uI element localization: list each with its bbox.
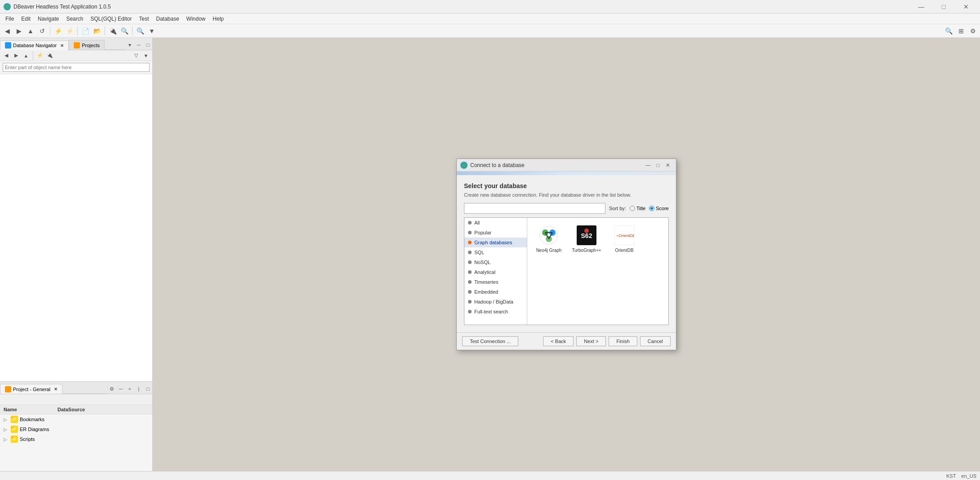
maximize-button[interactable]: □ bbox=[933, 0, 954, 13]
toolbar-layout[interactable]: ⊞ bbox=[956, 26, 967, 36]
sort-label: Sort by: bbox=[609, 206, 626, 211]
panel-minimize-btn[interactable]: ─ bbox=[134, 40, 143, 50]
cat-sql-dot bbox=[468, 251, 472, 254]
menu-navigate[interactable]: Navigate bbox=[34, 15, 62, 23]
next-button[interactable]: Next > bbox=[576, 336, 606, 346]
menu-sql-editor[interactable]: SQL(GQL) Editor bbox=[87, 15, 135, 23]
toolbar-up[interactable]: ▲ bbox=[25, 26, 36, 36]
panel-menu-btn[interactable]: ▼ bbox=[125, 40, 134, 50]
project-scripts[interactable]: ▷ 📁 Scripts bbox=[0, 434, 152, 444]
category-nosql[interactable]: NoSQL bbox=[464, 257, 527, 267]
close-bottom-tab[interactable]: ✕ bbox=[54, 387, 57, 392]
dialog-title: Connect to a database bbox=[470, 162, 525, 168]
main-layout: Database Navigator ✕ Projects ▼ ─ □ ◀ ▶ … bbox=[0, 38, 980, 471]
minimize-button[interactable]: — bbox=[911, 0, 931, 13]
filter-dropdown[interactable]: ▼ bbox=[141, 51, 150, 60]
menu-test[interactable]: Test bbox=[135, 15, 152, 23]
dialog-footer: Test Connection ... < Back Next > Finish… bbox=[457, 332, 676, 350]
filter-btn[interactable]: ▽ bbox=[132, 51, 141, 60]
db-turbograph[interactable]: S62 TurboGraph++ bbox=[569, 221, 605, 256]
tab-project-general[interactable]: Project - General ✕ bbox=[0, 384, 62, 394]
title-bar-controls: — □ ✕ bbox=[911, 0, 976, 13]
close-tab-icon[interactable]: ✕ bbox=[60, 43, 64, 48]
menu-database[interactable]: Database bbox=[152, 15, 182, 23]
toolbar-open[interactable]: 📂 bbox=[92, 26, 102, 36]
sort-title-radio[interactable] bbox=[630, 206, 635, 211]
dialog-minimize[interactable]: — bbox=[644, 161, 653, 169]
object-search-input[interactable] bbox=[3, 63, 150, 72]
nav-forward[interactable]: ▶ bbox=[12, 51, 21, 60]
toolbar-back[interactable]: ◀ bbox=[2, 26, 13, 36]
panel-toolbar: ◀ ▶ ▲ ⚡ 🔌 ▽ ▼ bbox=[0, 50, 152, 61]
close-button[interactable]: ✕ bbox=[956, 0, 976, 13]
status-bar: KST en_US bbox=[0, 471, 980, 480]
db-orientdb[interactable]: ~OrientDB OrientDB bbox=[606, 221, 642, 256]
bottom-plus-btn[interactable]: + bbox=[125, 384, 134, 394]
panel-maximize-btn[interactable]: □ bbox=[143, 40, 152, 50]
category-analytical[interactable]: Analytical bbox=[464, 267, 527, 277]
test-connection-button[interactable]: Test Connection ... bbox=[462, 336, 518, 346]
bottom-min-btn[interactable]: □ bbox=[143, 384, 152, 394]
toolbar-dropdown[interactable]: ▼ bbox=[146, 26, 157, 36]
right-area: Connect to a database — □ ✕ Select your … bbox=[153, 38, 980, 471]
toolbar-new-script[interactable]: 📄 bbox=[80, 26, 91, 36]
menu-file[interactable]: File bbox=[2, 15, 18, 23]
category-sql[interactable]: SQL bbox=[464, 247, 527, 257]
separator-4 bbox=[132, 26, 132, 35]
project-icon bbox=[5, 386, 11, 392]
menu-edit[interactable]: Edit bbox=[18, 15, 34, 23]
nav-new-conn[interactable]: 🔌 bbox=[45, 51, 54, 60]
db-filter-input[interactable] bbox=[464, 203, 605, 214]
toolbar-search-icon[interactable]: 🔍 bbox=[119, 26, 130, 36]
projects-icon bbox=[74, 42, 80, 48]
project-bookmarks[interactable]: ▷ 📁 Bookmarks bbox=[0, 414, 152, 424]
dbeaver-icon bbox=[4, 3, 11, 10]
tab-projects[interactable]: Projects bbox=[69, 40, 105, 50]
nav-back[interactable]: ◀ bbox=[2, 51, 11, 60]
category-fulltext[interactable]: Full-text search bbox=[464, 307, 527, 317]
db-neo4j[interactable]: Neo4j Graph bbox=[531, 221, 567, 256]
bottom-menu-btn[interactable]: ⚙ bbox=[107, 384, 116, 394]
project-er-diagrams[interactable]: ▷ 📁 ER Diagrams bbox=[0, 424, 152, 434]
db-navigator-icon bbox=[5, 42, 11, 48]
category-timeseries[interactable]: Timeseries bbox=[464, 277, 527, 287]
cat-embedded-dot bbox=[468, 290, 472, 294]
category-embedded[interactable]: Embedded bbox=[464, 287, 527, 297]
nav-up[interactable]: ▲ bbox=[22, 51, 31, 60]
status-locale: KST bbox=[946, 473, 956, 479]
category-all[interactable]: All bbox=[464, 218, 527, 228]
cat-analytical-dot bbox=[468, 270, 472, 274]
dialog-controls: — □ ✕ bbox=[644, 161, 672, 169]
finish-button[interactable]: Finish bbox=[609, 336, 637, 346]
dialog-close[interactable]: ✕ bbox=[663, 161, 672, 169]
menu-help[interactable]: Help bbox=[209, 15, 228, 23]
navigator-tree bbox=[0, 74, 152, 381]
toolbar-new-connection[interactable]: 🔌 bbox=[107, 26, 118, 36]
dialog-maximize[interactable]: □ bbox=[653, 161, 662, 169]
category-graph-databases[interactable]: Graph databases bbox=[464, 238, 527, 247]
turbograph-logo: S62 bbox=[577, 225, 596, 245]
toolbar-disconnect[interactable]: ⚡ bbox=[64, 26, 75, 36]
nav-connect-icon[interactable]: ⚡ bbox=[35, 51, 44, 60]
sort-title-option[interactable]: Title bbox=[630, 206, 645, 211]
category-popular[interactable]: Popular bbox=[464, 228, 527, 238]
toolbar-zoom-in[interactable]: 🔍 bbox=[135, 26, 146, 36]
cat-popular-dot bbox=[468, 231, 472, 234]
toolbar-settings[interactable]: ⚙ bbox=[967, 26, 978, 36]
toolbar-forward[interactable]: ▶ bbox=[13, 26, 24, 36]
bottom-panel-toolbar bbox=[0, 394, 152, 405]
menu-window[interactable]: Window bbox=[183, 15, 209, 23]
panel-tabs: Database Navigator ✕ Projects ▼ ─ □ bbox=[0, 38, 152, 50]
back-button[interactable]: < Back bbox=[543, 336, 574, 346]
bottom-sep-btn[interactable]: | bbox=[134, 384, 143, 394]
menu-search[interactable]: Search bbox=[62, 15, 87, 23]
category-hadoop[interactable]: Hadoop / BigData bbox=[464, 297, 527, 307]
toolbar-connect[interactable]: ⚡ bbox=[53, 26, 63, 36]
toolbar-global-search[interactable]: 🔍 bbox=[942, 26, 955, 36]
bottom-minus-btn[interactable]: ─ bbox=[116, 384, 125, 394]
tab-database-navigator[interactable]: Database Navigator ✕ bbox=[0, 40, 69, 50]
sort-score-radio[interactable] bbox=[649, 206, 654, 211]
toolbar-refresh[interactable]: ↺ bbox=[37, 26, 48, 36]
sort-score-option[interactable]: Score bbox=[649, 206, 669, 211]
cancel-button[interactable]: Cancel bbox=[640, 336, 671, 346]
